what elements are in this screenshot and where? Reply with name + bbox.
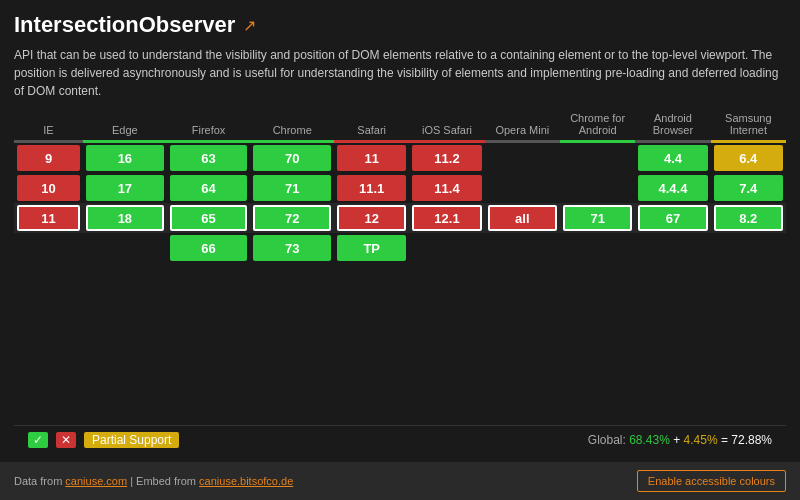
global-stats: Global: 68.43% + 4.45% = 72.88%: [588, 433, 772, 447]
table-cell: 63: [167, 143, 251, 173]
global-plus: +: [673, 433, 683, 447]
main-content: IntersectionObserver ↗ API that can be u…: [0, 0, 800, 462]
table-cell: [409, 233, 484, 263]
table-cell: [560, 233, 635, 263]
col-header-edge: Edge: [83, 110, 167, 140]
table-cell: [14, 233, 83, 263]
footer-text: Data from caniuse.com | Embed from caniu…: [14, 475, 293, 487]
table-cell: 70: [250, 143, 334, 173]
footer-link-embed[interactable]: caniuse.bitsofco.de: [199, 475, 293, 487]
table-wrapper: IE Edge Firefox Chrome Safari iOS Safari…: [14, 110, 786, 425]
table-cell: TP: [334, 233, 409, 263]
col-header-chrome: Chrome: [250, 110, 334, 140]
table-cell: [485, 233, 560, 263]
table-row: 6673TP: [14, 233, 786, 263]
col-header-chrome-android: Chrome for Android: [560, 110, 635, 140]
table-cell: 10: [14, 173, 83, 203]
table-cell: 17: [83, 173, 167, 203]
table-cell: 73: [250, 233, 334, 263]
global-equals: =: [721, 433, 731, 447]
table-cell: 66: [167, 233, 251, 263]
title-row: IntersectionObserver ↗: [14, 12, 786, 38]
table-cell: [711, 233, 786, 263]
table-cell: 6.4: [711, 143, 786, 173]
global-green-pct: 68.43%: [629, 433, 670, 447]
col-header-firefox: Firefox: [167, 110, 251, 140]
table-cell: 11.1: [334, 173, 409, 203]
table-cell: [635, 233, 710, 263]
col-header-android-browser: Android Browser: [635, 110, 710, 140]
bottom-bar: ✓ ✕ Partial Support Global: 68.43% + 4.4…: [14, 425, 786, 454]
global-total: 72.88%: [731, 433, 772, 447]
table-body: 91663701111.24.46.41017647111.111.44.4.4…: [14, 143, 786, 263]
table-cell: 71: [250, 173, 334, 203]
footer-link-caniuse[interactable]: caniuse.com: [65, 475, 127, 487]
footer-text-before: Data from: [14, 475, 65, 487]
table-cell: 8.2: [711, 203, 786, 233]
table-row: 1017647111.111.44.4.47.4: [14, 173, 786, 203]
table-cell: 11: [334, 143, 409, 173]
table-cell: [560, 143, 635, 173]
table-cell: 18: [83, 203, 167, 233]
table-cell: 11.2: [409, 143, 484, 173]
global-yellow-pct: 4.45%: [684, 433, 718, 447]
table-cell: 67: [635, 203, 710, 233]
legend-partial: Partial Support: [84, 432, 179, 448]
footer: Data from caniuse.com | Embed from caniu…: [0, 462, 800, 500]
legend-supported: ✓: [28, 432, 48, 448]
table-cell: 64: [167, 173, 251, 203]
table-cell: 4.4: [635, 143, 710, 173]
table-cell: [560, 173, 635, 203]
table-cell: [83, 233, 167, 263]
table-cell: all: [485, 203, 560, 233]
table-cell: 9: [14, 143, 83, 173]
col-header-ios-safari: iOS Safari: [409, 110, 484, 140]
external-link-icon[interactable]: ↗: [243, 16, 256, 35]
table-cell: 71: [560, 203, 635, 233]
global-label: Global:: [588, 433, 626, 447]
table-cell: 11: [14, 203, 83, 233]
col-header-ie: IE: [14, 110, 83, 140]
page-title: IntersectionObserver: [14, 12, 235, 38]
table-cell: 7.4: [711, 173, 786, 203]
footer-text-middle: | Embed from: [130, 475, 199, 487]
col-header-safari: Safari: [334, 110, 409, 140]
table-cell: 12: [334, 203, 409, 233]
table-cell: [485, 143, 560, 173]
table-row: 91663701111.24.46.4: [14, 143, 786, 173]
table-cell: 4.4.4: [635, 173, 710, 203]
table-cell: 11.4: [409, 173, 484, 203]
table-cell: [485, 173, 560, 203]
table-cell: 16: [83, 143, 167, 173]
table-cell: 12.1: [409, 203, 484, 233]
enable-accessible-colours-button[interactable]: Enable accessible colours: [637, 470, 786, 492]
col-header-opera-mini: Opera Mini: [485, 110, 560, 140]
table-row: 111865721212.1all71678.2: [14, 203, 786, 233]
legend-unsupported: ✕: [56, 432, 76, 448]
col-header-samsung: Samsung Internet: [711, 110, 786, 140]
table-cell: 65: [167, 203, 251, 233]
table-cell: 72: [250, 203, 334, 233]
compatibility-table: IE Edge Firefox Chrome Safari iOS Safari…: [14, 110, 786, 263]
table-header-row: IE Edge Firefox Chrome Safari iOS Safari…: [14, 110, 786, 140]
description: API that can be used to understand the v…: [14, 46, 786, 100]
